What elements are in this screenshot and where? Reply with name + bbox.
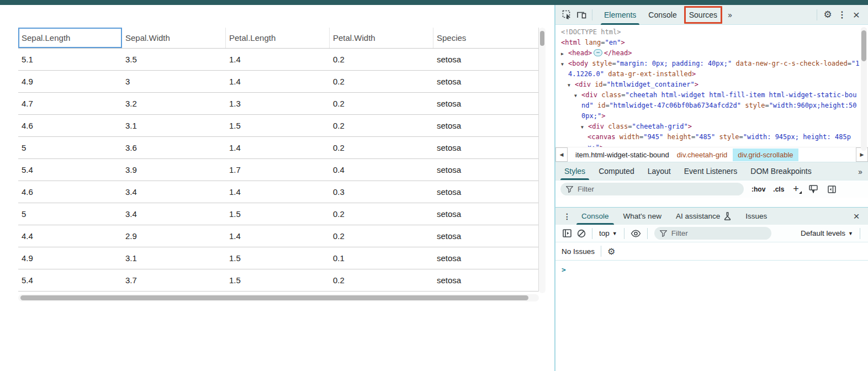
- head-children-ellipsis-icon[interactable]: ⋯: [594, 49, 602, 56]
- table-cell: 0.2: [330, 93, 433, 114]
- table-row[interactable]: 5.13.51.40.2setosa: [18, 49, 538, 71]
- dom-tree[interactable]: <!DOCTYPE html><html lang="en">▶<head>⋯<…: [555, 25, 868, 147]
- grid-column-header-petal-width[interactable]: Petal.Width: [330, 28, 433, 48]
- console-filter-input[interactable]: Filter: [654, 227, 771, 240]
- drawer-tab-console[interactable]: Console: [574, 208, 616, 225]
- grid-horizontal-scrollbar-thumb[interactable]: [20, 295, 528, 300]
- sidebar-tab-computed[interactable]: Computed: [592, 162, 641, 180]
- sidebar-tab-dom-breakpoints[interactable]: DOM Breakpoints: [744, 162, 818, 180]
- grid-column-header-petal-length[interactable]: Petal.Length: [226, 28, 330, 48]
- table-row[interactable]: 4.63.11.50.2setosa: [18, 115, 538, 137]
- toggle-sidebar-icon[interactable]: [828, 186, 836, 193]
- grid-column-header-sepal-length[interactable]: Sepal.Length: [18, 28, 122, 48]
- sidebar-tab-layout[interactable]: Layout: [641, 162, 678, 180]
- dom-tree-node[interactable]: <html lang="en">: [555, 38, 860, 48]
- inspect-element-icon[interactable]: [560, 8, 574, 22]
- new-style-rule-button[interactable]: +: [793, 183, 799, 195]
- breadcrumb-back-icon[interactable]: ◀: [555, 147, 568, 162]
- grid-vertical-scrollbar-thumb[interactable]: [540, 31, 544, 46]
- table-cell: 0.2: [330, 115, 433, 136]
- dom-tree-node[interactable]: <canvas width="945" height="485" style="…: [555, 132, 860, 147]
- expand-down-icon[interactable]: ▼: [561, 59, 564, 70]
- issues-status-text: No Issues: [562, 247, 595, 256]
- table-row[interactable]: 53.61.40.2setosa: [18, 137, 538, 159]
- tab-console[interactable]: Console: [642, 5, 682, 25]
- breadcrumb-item[interactable]: div.cheetah-grid: [677, 151, 728, 159]
- drawer-close-icon[interactable]: ×: [849, 209, 864, 224]
- table-cell: 4.6: [18, 115, 122, 136]
- code-token: data-new-gr-c-s-check-loaded: [732, 60, 848, 67]
- code-token: class: [597, 91, 621, 99]
- dom-tree-node[interactable]: ▼<div id="htmlwidget_container">: [555, 80, 860, 90]
- table-cell: setosa: [433, 49, 538, 70]
- dom-tree-node[interactable]: ▼<body style="margin: 0px; padding: 40px…: [555, 59, 860, 80]
- table-row[interactable]: 4.931.40.2setosa: [18, 71, 538, 93]
- code-token: >: [601, 112, 605, 120]
- console-prompt-chevron[interactable]: >: [555, 261, 868, 274]
- table-row[interactable]: 53.41.50.2setosa: [18, 203, 538, 225]
- dom-tree-node[interactable]: <!DOCTYPE html>: [555, 27, 860, 38]
- breadcrumb-item[interactable]: item.html-widget-static-bound: [575, 151, 669, 159]
- devtools-menu-kebab-icon[interactable]: ⋮: [835, 8, 849, 22]
- element-breadcrumbs: ◀ item.html-widget-static-bounddiv.cheet…: [555, 147, 868, 162]
- dom-tree-scrollbar-thumb[interactable]: [861, 30, 866, 61]
- flask-icon: [724, 212, 731, 220]
- expand-down-icon[interactable]: ▼: [581, 122, 584, 132]
- table-row[interactable]: 4.42.91.40.2setosa: [18, 225, 538, 247]
- code-token: "htmlwidget-47c06bf0ba6734afcd2d": [610, 102, 741, 109]
- table-row[interactable]: 5.43.71.50.2setosa: [18, 269, 538, 292]
- table-cell: 0.2: [330, 137, 433, 158]
- table-cell: 5: [18, 137, 122, 158]
- table-cell: 3.1: [122, 247, 226, 269]
- table-row[interactable]: 4.93.11.50.1setosa: [18, 247, 538, 269]
- rendering-emulation-icon[interactable]: [809, 185, 818, 193]
- console-sidebar-icon[interactable]: [563, 229, 571, 237]
- code-token: class: [604, 123, 628, 130]
- styles-filter-input[interactable]: Filter: [560, 183, 744, 195]
- breadcrumb-item[interactable]: div.grid-scrollable: [733, 149, 798, 161]
- table-cell: 1.5: [226, 247, 330, 269]
- settings-gear-icon[interactable]: ⚙: [821, 8, 835, 22]
- dom-tree-node[interactable]: ▼<div class="cheetah html-widget html-fi…: [555, 90, 860, 121]
- code-token: id: [594, 102, 606, 109]
- expand-down-icon[interactable]: ▼: [574, 91, 577, 101]
- expand-down-icon[interactable]: ▼: [568, 80, 570, 91]
- tab-elements[interactable]: Elements: [598, 5, 642, 25]
- expand-right-icon[interactable]: ▶: [561, 49, 564, 59]
- table-cell: 3.1: [122, 115, 226, 136]
- sidebar-tab-event-listeners[interactable]: Event Listeners: [678, 162, 744, 180]
- code-token: >: [692, 70, 696, 78]
- sidebar-tab-styles[interactable]: Styles: [558, 162, 592, 180]
- table-row[interactable]: 4.63.41.40.3setosa: [18, 181, 538, 203]
- toggle-hover-state-button[interactable]: :hov: [751, 186, 765, 193]
- tab-sources[interactable]: Sources: [683, 5, 723, 25]
- console-settings-gear-icon[interactable]: ⚙: [607, 246, 615, 257]
- drawer-tab-ai-assistance[interactable]: AI assistance: [669, 208, 738, 225]
- more-tabs-icon[interactable]: ››: [723, 10, 735, 19]
- clear-console-icon[interactable]: [577, 229, 586, 238]
- table-row[interactable]: 5.43.91.70.4setosa: [18, 159, 538, 181]
- code-token: <div: [581, 91, 597, 99]
- top-accent-bar: [0, 0, 868, 5]
- javascript-context-selector[interactable]: top▼: [599, 229, 617, 237]
- toggle-class-button[interactable]: .cls: [773, 186, 784, 193]
- drawer-tab-issues[interactable]: Issues: [738, 208, 774, 225]
- code-token: "margin: 0px; padding: 40px;": [616, 60, 732, 67]
- dom-tree-node[interactable]: ▶<head>⋯</head>: [555, 48, 860, 59]
- dom-tree-node[interactable]: ▼<div class="cheetah-grid">: [555, 121, 860, 132]
- live-expression-eye-icon[interactable]: [631, 230, 641, 237]
- sidebar-more-tabs-icon[interactable]: ››: [854, 162, 866, 180]
- table-row[interactable]: 4.73.21.30.2setosa: [18, 93, 538, 115]
- device-toolbar-icon[interactable]: [574, 8, 589, 22]
- grid-column-header-species[interactable]: Species: [433, 28, 538, 48]
- console-toolbar-divider: [592, 228, 592, 239]
- console-toolbar-divider: [647, 228, 648, 239]
- code-token: "htmlwidget_container": [607, 81, 695, 88]
- drawer-tab-what-s-new[interactable]: What's new: [616, 208, 669, 225]
- code-token: style: [715, 133, 739, 141]
- devtools-close-icon[interactable]: ×: [849, 8, 864, 22]
- drawer-menu-kebab-icon[interactable]: ⋮: [560, 212, 574, 221]
- grid-column-header-sepal-width[interactable]: Sepal.Width: [122, 28, 226, 48]
- log-levels-selector[interactable]: Default levels▼: [801, 229, 853, 237]
- grid-vertical-scrollbar[interactable]: [539, 28, 546, 293]
